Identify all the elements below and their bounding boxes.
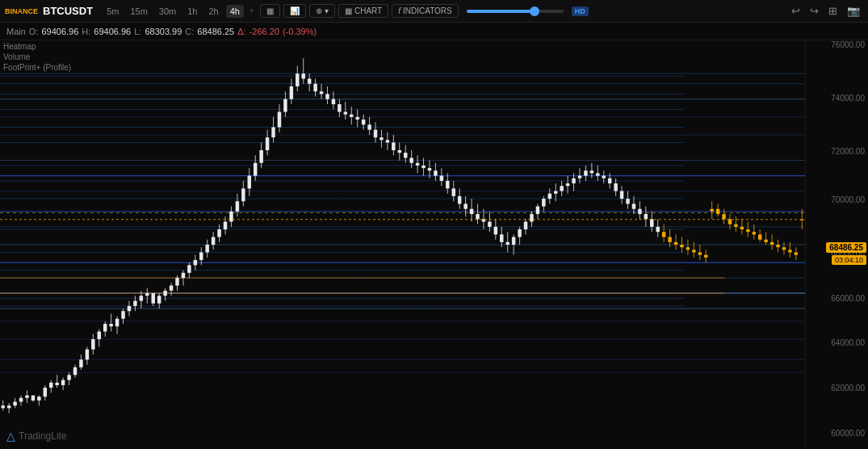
slider-track[interactable]: [467, 10, 564, 13]
bar-type-btn[interactable]: ▦: [260, 4, 280, 18]
undo-btn[interactable]: ↩: [788, 3, 803, 19]
indicator-labels: Heatmap Volume FootPrint+ (Profile): [3, 42, 71, 72]
open-value: 69406.96: [41, 27, 78, 36]
hd-badge: HD: [572, 6, 589, 16]
price-level: 70000.00: [831, 195, 865, 204]
price-level: 64000.00: [831, 338, 865, 347]
delta-label: Δ:: [237, 27, 245, 36]
footprint-label: FootPrint+ (Profile): [3, 63, 71, 72]
current-time-tag: 03:04:10: [832, 255, 866, 265]
price-level: 62000.00: [831, 384, 865, 392]
logo-icon: △: [6, 430, 15, 443]
more-types-btn[interactable]: ⊕ ▾: [309, 4, 335, 18]
ohlc-bar: Main O: 69406.96 H: 69406.96 L: 68303.99…: [0, 23, 868, 40]
redo-btn[interactable]: ↪: [807, 3, 822, 19]
tf-2h[interactable]: 2h: [204, 5, 222, 18]
volume-label: Volume: [3, 52, 71, 61]
close-value: 68486.25: [197, 27, 234, 36]
high-value: 69406.96: [94, 27, 131, 36]
logo: △ TradingLite: [6, 430, 67, 443]
exchange-label: BINANCE: [5, 7, 38, 15]
fx-icon: f: [398, 6, 400, 15]
bar-chart-icon: ▦: [266, 6, 274, 15]
price-level: 60000.00: [831, 429, 865, 438]
tf-1h[interactable]: 1h: [183, 5, 201, 18]
current-price-tag: 68486.25: [826, 242, 866, 253]
chart-btn[interactable]: ▦ CHART: [338, 4, 388, 18]
low-value: 68303.99: [145, 27, 182, 36]
open-label: O:: [29, 27, 39, 36]
logo-text: TradingLite: [19, 430, 67, 442]
price-axis: 76000.0074000.0072000.0070000.0068000.00…: [805, 40, 868, 449]
screenshot-btn[interactable]: 📷: [844, 3, 863, 19]
delta-pct: (-0.39%): [283, 27, 317, 36]
low-label: L:: [134, 27, 141, 36]
chart-main[interactable]: Heatmap Volume FootPrint+ (Profile) △ Tr…: [0, 40, 805, 449]
chart-wrapper: Heatmap Volume FootPrint+ (Profile) △ Tr…: [0, 40, 868, 449]
opacity-slider[interactable]: [467, 10, 564, 13]
price-level: 72000.00: [831, 147, 865, 156]
heatmap-label: Heatmap: [3, 42, 71, 51]
plus-icon: ⊕: [316, 6, 322, 15]
layout-btn[interactable]: ⊞: [825, 3, 841, 19]
tf-30m[interactable]: 30m: [155, 5, 180, 18]
price-level: 74000.00: [831, 94, 865, 103]
dropdown-icon: ▾: [325, 6, 329, 15]
tf-15m[interactable]: 15m: [126, 5, 151, 18]
slider-fill: [467, 10, 533, 13]
candle-type-btn[interactable]: 📊: [283, 4, 306, 18]
tf-5m[interactable]: 5m: [103, 5, 123, 18]
candle-icon: 📊: [290, 6, 300, 15]
high-label: H:: [82, 27, 90, 36]
price-level: 66000.00: [831, 294, 865, 303]
close-label: C:: [185, 27, 194, 36]
delta-value: -266.20: [249, 27, 279, 36]
price-level: 76000.00: [831, 40, 865, 49]
indicators-btn[interactable]: f INDICATORS: [392, 4, 459, 18]
price-chart[interactable]: [0, 40, 805, 449]
slider-thumb[interactable]: [530, 6, 539, 16]
main-label: Main: [6, 27, 26, 36]
symbol-label[interactable]: BTCUSDT: [43, 5, 93, 17]
tf-4h[interactable]: 4h: [226, 5, 244, 18]
top-bar: BINANCE BTCUSDT 5m 15m 30m 1h 2h 4h ▾ ▦ …: [0, 0, 868, 23]
chart-icon: ▦: [345, 6, 352, 15]
sep1: ▾: [249, 6, 254, 16]
